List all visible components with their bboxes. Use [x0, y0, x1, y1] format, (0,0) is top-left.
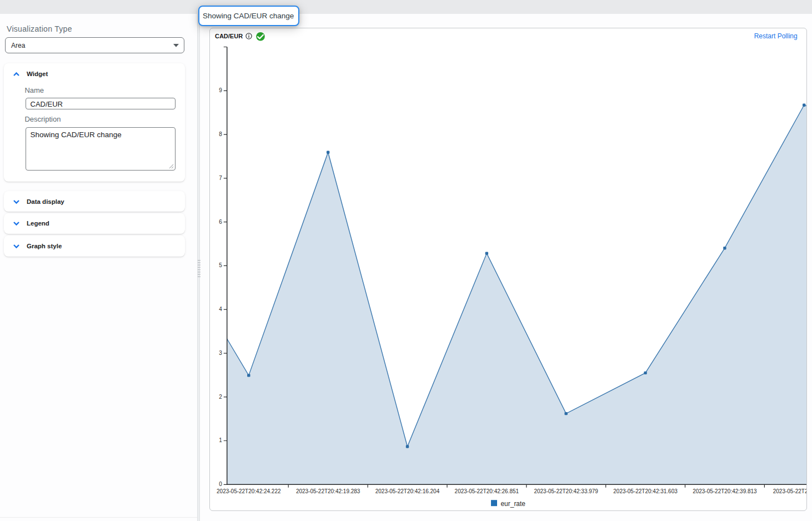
svg-text:2023-05-22T20:42:44.618: 2023-05-22T20:42:44.618	[773, 488, 808, 494]
svg-text:6: 6	[219, 219, 222, 225]
svg-text:4: 4	[219, 306, 222, 312]
svg-text:3: 3	[219, 350, 222, 356]
svg-text:2023-05-22T20:42:31.603: 2023-05-22T20:42:31.603	[613, 488, 678, 494]
svg-text:2: 2	[219, 394, 222, 400]
svg-text:2023-05-22T20:42:24.222: 2023-05-22T20:42:24.222	[217, 488, 281, 494]
svg-text:2023-05-22T20:42:19.283: 2023-05-22T20:42:19.283	[296, 488, 360, 494]
svg-text:7: 7	[219, 175, 222, 181]
svg-text:eur_rate: eur_rate	[500, 500, 525, 508]
svg-text:1: 1	[219, 438, 222, 444]
svg-text:0: 0	[219, 482, 222, 488]
svg-text:2023-05-22T20:42:26.851: 2023-05-22T20:42:26.851	[454, 488, 519, 494]
svg-text:8: 8	[219, 131, 222, 137]
svg-text:2023-05-22T20:42:16.204: 2023-05-22T20:42:16.204	[375, 488, 440, 494]
svg-text:2023-05-22T20:42:33.979: 2023-05-22T20:42:33.979	[534, 488, 598, 494]
svg-text:5: 5	[219, 263, 222, 269]
svg-text:2023-05-22T20:42:39.813: 2023-05-22T20:42:39.813	[693, 488, 757, 494]
svg-text:9: 9	[219, 88, 222, 94]
